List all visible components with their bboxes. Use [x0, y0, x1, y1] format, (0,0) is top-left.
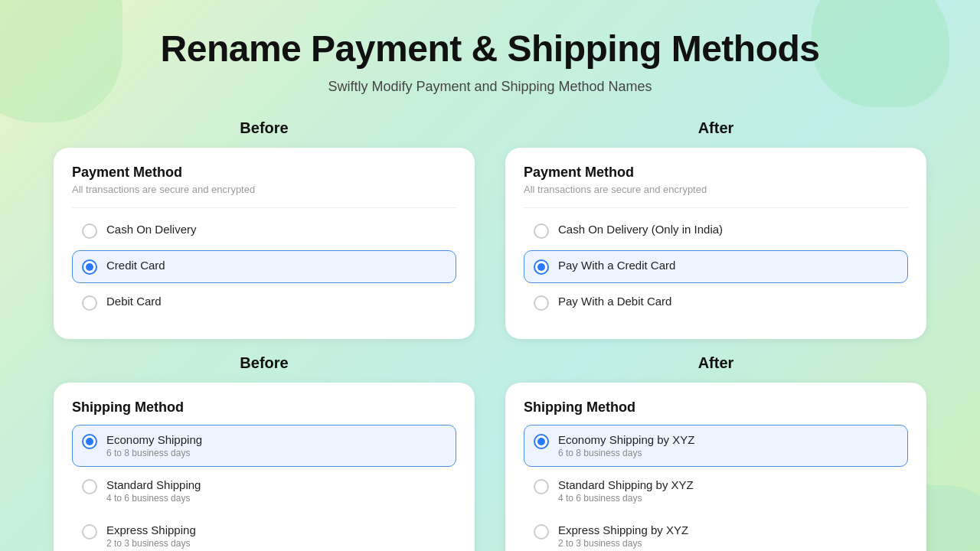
payment-before-label: Before — [240, 119, 288, 137]
payment-after-col: After Payment Method All transactions ar… — [505, 119, 926, 339]
page-subtitle: Swiftly Modify Payment and Shipping Meth… — [328, 79, 652, 95]
radio-icon — [82, 524, 97, 540]
radio-sublabel: 2 to 3 business days — [106, 538, 196, 549]
payment-after-divider — [524, 207, 908, 208]
radio-sublabel: 4 to 6 business days — [106, 493, 201, 504]
shipping-section-row: Before Shipping Method Economy Shipping6… — [54, 354, 926, 551]
radio-item[interactable]: Express Shipping by XYZ2 to 3 business d… — [524, 515, 908, 551]
radio-icon — [534, 295, 549, 311]
radio-text-wrapper: Standard Shipping by XYZ4 to 6 business … — [558, 478, 694, 504]
payment-after-card-subtitle: All transactions are secure and encrypte… — [524, 184, 908, 195]
payment-after-card-title: Payment Method — [524, 165, 908, 181]
radio-sublabel: 6 to 8 business days — [106, 448, 202, 458]
payment-before-options: Cash On DeliveryCredit CardDebit Card — [72, 214, 456, 319]
radio-item[interactable]: Cash On Delivery (Only in India) — [524, 214, 908, 247]
radio-icon — [82, 295, 97, 311]
radio-icon — [534, 524, 549, 540]
radio-icon — [82, 434, 97, 449]
radio-label: Pay With a Credit Card — [558, 259, 675, 272]
shipping-before-label: Before — [240, 354, 288, 372]
radio-text-wrapper: Express Shipping by XYZ2 to 3 business d… — [558, 523, 688, 549]
sections-wrapper: Before Payment Method All transactions a… — [54, 119, 926, 551]
page-container: Rename Payment & Shipping Methods Swiftl… — [0, 0, 980, 551]
radio-item[interactable]: Credit Card — [72, 250, 456, 283]
radio-label: Cash On Delivery (Only in India) — [558, 223, 723, 236]
payment-before-col: Before Payment Method All transactions a… — [54, 119, 475, 339]
radio-icon — [534, 259, 549, 275]
radio-item[interactable]: Express Shipping2 to 3 business days — [72, 515, 456, 551]
payment-section-row: Before Payment Method All transactions a… — [54, 119, 926, 339]
radio-text-wrapper: Express Shipping2 to 3 business days — [106, 523, 196, 549]
payment-after-options: Cash On Delivery (Only in India)Pay With… — [524, 214, 908, 319]
shipping-before-card: Shipping Method Economy Shipping6 to 8 b… — [54, 383, 475, 551]
shipping-after-col: After Shipping Method Economy Shipping b… — [505, 354, 926, 551]
radio-icon — [534, 223, 549, 239]
radio-item[interactable]: Debit Card — [72, 286, 456, 319]
radio-label: Standard Shipping — [106, 478, 201, 491]
shipping-after-card: Shipping Method Economy Shipping by XYZ6… — [505, 383, 926, 551]
radio-sublabel: 2 to 3 business days — [558, 538, 688, 549]
radio-text-wrapper: Debit Card — [106, 295, 162, 308]
radio-label: Standard Shipping by XYZ — [558, 478, 694, 491]
radio-item[interactable]: Standard Shipping by XYZ4 to 6 business … — [524, 470, 908, 512]
radio-sublabel: 4 to 6 business days — [558, 493, 694, 504]
radio-item[interactable]: Pay With a Credit Card — [524, 250, 908, 283]
radio-label: Express Shipping — [106, 523, 196, 536]
radio-text-wrapper: Credit Card — [106, 259, 165, 272]
payment-before-divider — [72, 207, 456, 208]
shipping-before-options: Economy Shipping6 to 8 business daysStan… — [72, 425, 456, 551]
radio-text-wrapper: Pay With a Debit Card — [558, 295, 671, 308]
radio-label: Economy Shipping — [106, 433, 202, 446]
payment-before-card: Payment Method All transactions are secu… — [54, 148, 475, 339]
shipping-before-col: Before Shipping Method Economy Shipping6… — [54, 354, 475, 551]
shipping-after-card-title: Shipping Method — [524, 399, 908, 416]
page-title: Rename Payment & Shipping Methods — [161, 28, 820, 70]
radio-label: Pay With a Debit Card — [558, 295, 671, 308]
payment-before-card-title: Payment Method — [72, 165, 456, 181]
radio-icon — [82, 259, 97, 275]
radio-text-wrapper: Economy Shipping6 to 8 business days — [106, 433, 202, 458]
payment-before-card-subtitle: All transactions are secure and encrypte… — [72, 184, 456, 195]
radio-label: Debit Card — [106, 295, 162, 308]
radio-label: Cash On Delivery — [106, 223, 197, 236]
radio-label: Credit Card — [106, 259, 165, 272]
radio-item[interactable]: Pay With a Debit Card — [524, 286, 908, 319]
radio-icon — [534, 479, 549, 494]
radio-icon — [82, 479, 97, 494]
radio-icon — [534, 434, 549, 449]
payment-after-label: After — [698, 119, 734, 137]
radio-item[interactable]: Cash On Delivery — [72, 214, 456, 247]
shipping-after-label: After — [698, 354, 734, 372]
radio-item[interactable]: Standard Shipping4 to 6 business days — [72, 470, 456, 512]
radio-text-wrapper: Pay With a Credit Card — [558, 259, 675, 272]
radio-text-wrapper: Cash On Delivery (Only in India) — [558, 223, 723, 236]
radio-icon — [82, 223, 97, 239]
radio-text-wrapper: Standard Shipping4 to 6 business days — [106, 478, 201, 504]
radio-sublabel: 6 to 8 business days — [558, 448, 694, 458]
radio-item[interactable]: Economy Shipping by XYZ6 to 8 business d… — [524, 425, 908, 467]
radio-label: Economy Shipping by XYZ — [558, 433, 694, 446]
radio-item[interactable]: Economy Shipping6 to 8 business days — [72, 425, 456, 467]
radio-text-wrapper: Economy Shipping by XYZ6 to 8 business d… — [558, 433, 694, 458]
payment-after-card: Payment Method All transactions are secu… — [505, 148, 926, 339]
radio-text-wrapper: Cash On Delivery — [106, 223, 197, 236]
radio-label: Express Shipping by XYZ — [558, 523, 688, 536]
shipping-after-options: Economy Shipping by XYZ6 to 8 business d… — [524, 425, 908, 551]
shipping-before-card-title: Shipping Method — [72, 399, 456, 416]
